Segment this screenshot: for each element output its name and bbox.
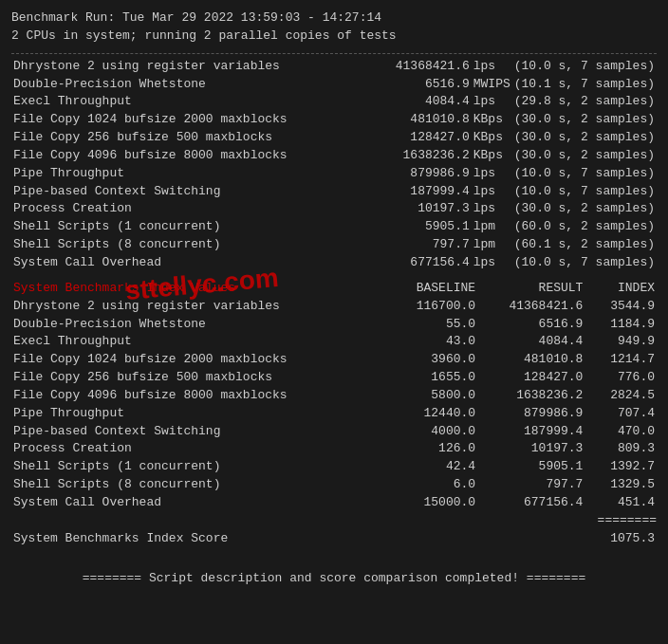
result-value: 10197.3 [394,200,472,218]
index-baseline: 3960.0 [370,351,477,369]
result-timing: (10.0 s, 7 samples) [512,254,657,272]
result-unit: MWIPS [472,76,512,94]
result-unit: KBps [472,111,512,129]
result-unit: lpm [472,236,512,254]
result-timing: (10.0 s, 7 samples) [512,165,657,183]
divider-top [11,53,657,54]
index-name: File Copy 1024 bufsize 2000 maxblocks [11,351,370,369]
score-label: System Benchmarks Index Score [11,530,370,548]
index-baseline: 12440.0 [370,405,477,423]
result-timing: (60.0 s, 2 samples) [512,218,657,236]
raw-result-row: Pipe Throughput 879986.9 lps (10.0 s, 7 … [11,165,657,183]
result-timing: (10.1 s, 7 samples) [512,76,657,94]
raw-result-row: File Copy 1024 bufsize 2000 maxblocks 48… [11,111,657,129]
index-value: 776.0 [584,369,657,387]
index-value: 470.0 [584,423,657,441]
raw-result-row: Pipe-based Context Switching 187999.4 lp… [11,183,657,201]
result-unit: KBps [472,129,512,147]
result-name: Shell Scripts (1 concurrent) [11,218,394,236]
index-result: 4084.4 [477,333,584,351]
index-result: 797.7 [477,476,584,494]
raw-result-row: Execl Throughput 4084.4 lps (29.8 s, 2 s… [11,93,657,111]
index-baseline: 4000.0 [370,423,477,441]
score-row: System Benchmarks Index Score 1075.3 [11,530,657,548]
result-timing: (30.0 s, 2 samples) [512,129,657,147]
index-name: Double-Precision Whetstone [11,316,370,334]
result-unit: lps [472,93,512,111]
index-baseline: 1655.0 [370,369,477,387]
result-name: Shell Scripts (8 concurrent) [11,236,394,254]
result-value: 797.7 [394,236,472,254]
raw-results-section: Dhrystone 2 using register variables 413… [11,58,657,272]
index-result: 677156.4 [477,494,584,512]
raw-results-table: Dhrystone 2 using register variables 413… [11,58,657,272]
result-unit: lps [472,200,512,218]
index-result-row: Shell Scripts (1 concurrent) 42.4 5905.1… [11,458,657,476]
index-baseline: 6.0 [370,476,477,494]
result-unit: KBps [472,147,512,165]
index-result: 10197.3 [477,440,584,458]
baseline-header: BASELINE [370,280,477,298]
index-value: 3544.9 [584,298,657,316]
result-timing: (29.8 s, 2 samples) [512,93,657,111]
result-timing: (30.0 s, 2 samples) [512,147,657,165]
index-value: 1329.5 [584,476,657,494]
result-timing: (10.0 s, 7 samples) [512,58,657,76]
result-timing: (60.1 s, 2 samples) [512,236,657,254]
index-result-row: Double-Precision Whetstone 55.0 6516.9 1… [11,316,657,334]
result-value: 5905.1 [394,218,472,236]
index-value: 1214.7 [584,351,657,369]
index-baseline: 126.0 [370,440,477,458]
result-timing: (30.0 s, 2 samples) [512,111,657,129]
result-name: File Copy 1024 bufsize 2000 maxblocks [11,111,394,129]
result-value: 481010.8 [394,111,472,129]
index-baseline: 15000.0 [370,494,477,512]
main-container: Benchmark Run: Tue Mar 29 2022 13:59:03 … [11,9,657,588]
index-value: 707.4 [584,405,657,423]
index-result-row: File Copy 256 bufsize 500 maxblocks 1655… [11,369,657,387]
raw-result-row: Dhrystone 2 using register variables 413… [11,58,657,76]
index-result-row: Execl Throughput 43.0 4084.4 949.9 [11,333,657,351]
raw-result-row: System Call Overhead 677156.4 lps (10.0 … [11,254,657,272]
index-result-row: Shell Scripts (8 concurrent) 6.0 797.7 1… [11,476,657,494]
index-value: 1392.7 [584,458,657,476]
result-unit: lps [472,58,512,76]
index-result-row: Dhrystone 2 using register variables 116… [11,298,657,316]
index-value: 949.9 [584,333,657,351]
index-name: File Copy 4096 bufsize 8000 maxblocks [11,387,370,405]
score-spacer2 [477,530,584,548]
index-result-row: File Copy 4096 bufsize 8000 maxblocks 58… [11,387,657,405]
result-value: 677156.4 [394,254,472,272]
index-result: 41368421.6 [477,298,584,316]
result-value: 6516.9 [394,76,472,94]
index-result-row: File Copy 1024 bufsize 2000 maxblocks 39… [11,351,657,369]
raw-result-row: File Copy 4096 bufsize 8000 maxblocks 16… [11,147,657,165]
result-unit: lps [472,183,512,201]
score-value: 1075.3 [584,530,657,548]
header-line2: 2 CPUs in system; running 2 parallel cop… [11,28,657,46]
index-name: Execl Throughput [11,333,370,351]
index-result: 5905.1 [477,458,584,476]
result-unit: lps [472,254,512,272]
index-result: 6516.9 [477,316,584,334]
index-name: Shell Scripts (8 concurrent) [11,476,370,494]
index-result-row: System Call Overhead 15000.0 677156.4 45… [11,494,657,512]
raw-result-row: Shell Scripts (1 concurrent) 5905.1 lpm … [11,218,657,236]
index-name: System Call Overhead [11,494,370,512]
index-result: 879986.9 [477,405,584,423]
index-baseline: 43.0 [370,333,477,351]
result-unit: lps [472,165,512,183]
result-header: RESULT [477,280,584,298]
result-value: 879986.9 [394,165,472,183]
header-section: Benchmark Run: Tue Mar 29 2022 13:59:03 … [11,9,657,46]
index-name: Pipe Throughput [11,405,370,423]
result-value: 41368421.6 [394,58,472,76]
header-line1: Benchmark Run: Tue Mar 29 2022 13:59:03 … [11,9,657,28]
index-result: 128427.0 [477,369,584,387]
index-name: Dhrystone 2 using register variables [11,298,370,316]
result-name: Dhrystone 2 using register variables [11,58,394,76]
score-spacer [370,530,477,548]
index-section: System Benchmarks Index Values BASELINE … [11,280,657,548]
index-baseline: 116700.0 [370,298,477,316]
index-value: 1184.9 [584,316,657,334]
